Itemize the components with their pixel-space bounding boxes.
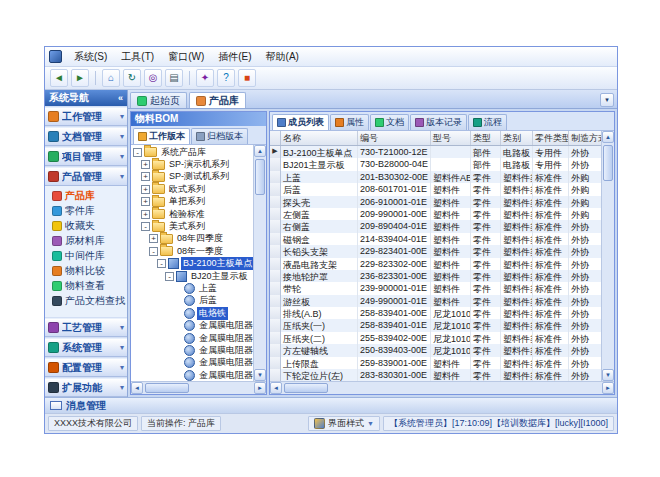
sidebar-section-work[interactable]: 工作管理▾ [45, 107, 127, 126]
table-row[interactable]: 排线(A.B)258-839401-00E尼龙1010零件塑料件类标准件外协条 [270, 307, 601, 319]
settings-icon[interactable]: ✦ [196, 69, 214, 87]
tab-version-history[interactable]: 版本记录 [410, 114, 467, 130]
scroll-track[interactable] [143, 382, 254, 394]
tree-vertical-scrollbar[interactable]: ▲ ▼ [253, 145, 266, 381]
expand-icon[interactable]: + [141, 197, 150, 206]
table-row[interactable]: 上盖201-B30302-00E塑料件ABS零件塑料件类标准件外购条 [270, 171, 601, 183]
table-row[interactable]: 磁钢盒214-839404-01E塑料件零件塑料件类标准件外协条 [270, 233, 601, 245]
menu-item[interactable]: 插件(E) [211, 48, 258, 66]
refresh-icon[interactable]: ↻ [123, 69, 141, 87]
column-header[interactable]: 类型 [471, 131, 501, 145]
message-bar[interactable]: 消息管理 [45, 397, 617, 413]
tree-node[interactable]: -系统产品库 [131, 146, 253, 158]
sidebar-item-favorites[interactable]: 收藏夹 [45, 218, 127, 233]
sidebar-item-middleware-db[interactable]: 中间件库 [45, 248, 127, 263]
tree-node[interactable]: 金属膜电阻器 [131, 319, 253, 331]
scroll-left-icon[interactable]: ◄ [131, 382, 143, 394]
ui-style-selector[interactable]: 界面样式 ▼ [308, 416, 380, 431]
sidebar-item-product-db[interactable]: 产品库 [45, 188, 127, 203]
scroll-right-icon[interactable]: ► [602, 382, 614, 394]
tree-node[interactable]: -美式系列 [131, 220, 253, 232]
print-icon[interactable]: ▤ [165, 69, 183, 87]
sidebar-section-config[interactable]: 配置管理▾ [45, 358, 127, 377]
table-row[interactable]: 上传限盘259-839001-00E塑料件零件塑料件类标准件外协条 [270, 357, 601, 369]
tab-product-db[interactable]: 产品库 [189, 92, 246, 108]
sidebar-section-product[interactable]: 产品管理▾ [45, 167, 127, 186]
table-row[interactable]: BJ201主显示板730-B28000-04E部件电路板专用件外协颗 [270, 158, 601, 170]
menu-item[interactable]: 工具(T) [114, 48, 161, 66]
tab-workflow[interactable]: 流程 [468, 114, 507, 130]
scroll-track[interactable] [282, 382, 602, 394]
tab-member-list[interactable]: 成员列表 [272, 114, 329, 130]
table-row[interactable]: 下轮定位片(左)283-830301-00E塑料件零件塑料件类标准件外协条 [270, 369, 601, 381]
scroll-up-icon[interactable]: ▲ [254, 145, 266, 157]
sidebar-section-process[interactable]: 工艺管理▾ [45, 318, 127, 337]
column-header[interactable]: 型号 [431, 131, 471, 145]
column-header[interactable]: 制造方式 [569, 131, 601, 145]
scroll-left-icon[interactable]: ◄ [270, 382, 282, 394]
table-row[interactable]: 接地轮护罩236-823301-00E塑料件零件塑料件类标准件外协条 [270, 270, 601, 282]
tree-node[interactable]: +08年四季度 [131, 233, 253, 245]
tree-node[interactable]: 上盖 [131, 282, 253, 294]
exit-icon[interactable]: ■ [238, 69, 256, 87]
menu-item[interactable]: 帮助(A) [259, 48, 306, 66]
expand-icon[interactable]: + [141, 172, 150, 181]
scroll-right-icon[interactable]: ► [254, 382, 266, 394]
collapse-icon[interactable]: - [133, 148, 142, 157]
table-row[interactable]: 长铅头支架229-823401-00E塑料件零件塑料件类标准件外协条 [270, 245, 601, 257]
tree-node[interactable]: +欧式系列 [131, 183, 253, 195]
tree-horizontal-scrollbar[interactable]: ◄ ► [131, 381, 266, 394]
scroll-thumb[interactable] [603, 145, 613, 181]
table-row[interactable]: 液晶电路支架229-823302-00E塑料件零件塑料件类标准件外协条 [270, 258, 601, 270]
scroll-track[interactable] [254, 157, 266, 369]
table-row[interactable]: 方左键轴线250-839403-00E尼龙1010零件塑料件类标准件外协条 [270, 344, 601, 356]
column-header[interactable]: 编号 [358, 131, 431, 145]
sidebar-item-material-compare[interactable]: 物料比较 [45, 263, 127, 278]
collapse-icon[interactable]: - [165, 272, 174, 281]
sidebar-section-extension[interactable]: 扩展功能▾ [45, 378, 127, 397]
sidebar-item-part-db[interactable]: 零件库 [45, 203, 127, 218]
table-row[interactable]: 左侧盖209-990001-00E塑料件零件塑料件类标准件外购条 [270, 208, 601, 220]
tab-attributes[interactable]: 属性 [330, 114, 369, 130]
search-icon[interactable]: ◎ [144, 69, 162, 87]
sidebar-item-material-view[interactable]: 物料查看 [45, 278, 127, 293]
column-header[interactable]: 零件类型 [533, 131, 569, 145]
scroll-thumb[interactable] [255, 159, 265, 195]
table-row[interactable]: ▶BJ-2100主板单点730-T21000-12E部件电路板专用件外协颗 [270, 146, 601, 158]
scroll-down-icon[interactable]: ▼ [254, 369, 266, 381]
table-row[interactable]: 右侧盖209-890404-01E塑料件零件塑料件类标准件外协条 [270, 220, 601, 232]
sidebar-item-product-doc-search[interactable]: 产品文档查找 [45, 293, 127, 308]
tree-node[interactable]: 金属膜电阻器 [131, 357, 253, 369]
sidebar-section-document[interactable]: 文档管理▾ [45, 127, 127, 146]
collapse-icon[interactable]: - [157, 259, 166, 268]
collapse-icon[interactable]: - [141, 222, 150, 231]
tree-node[interactable]: 金属膜电阻器 [131, 344, 253, 356]
scroll-thumb[interactable] [145, 383, 189, 393]
tree-node[interactable]: -08年一季度 [131, 245, 253, 257]
table-row[interactable]: 探头壳206-910001-01E塑料件零件塑料件类标准件外购条 [270, 196, 601, 208]
tree-node[interactable]: 金属膜电阻器 [131, 369, 253, 381]
tab-start-page[interactable]: 起始页 [130, 92, 187, 108]
menu-item[interactable]: 系统(S) [67, 48, 114, 66]
scroll-thumb[interactable] [284, 383, 328, 393]
column-header[interactable]: 类别 [501, 131, 533, 145]
table-vertical-scrollbar[interactable]: ▲ ▼ [601, 131, 614, 381]
tree-node[interactable]: +单把系列 [131, 196, 253, 208]
tree-node[interactable]: +检验标准 [131, 208, 253, 220]
tab-documents[interactable]: 文档 [370, 114, 409, 130]
scroll-track[interactable] [602, 143, 614, 369]
table-row[interactable]: 游丝板249-990001-01E塑料件零件塑料件类标准件外协条 [270, 295, 601, 307]
sidebar-section-project[interactable]: 项目管理▾ [45, 147, 127, 166]
collapse-sidebar-icon[interactable]: « [118, 93, 123, 103]
sidebar-section-system[interactable]: 系统管理▾ [45, 338, 127, 357]
expand-icon[interactable]: + [141, 160, 150, 169]
expand-icon[interactable]: + [149, 234, 158, 243]
tree-node[interactable]: +SP-演示机系列 [131, 158, 253, 170]
tree-node[interactable]: 后盖 [131, 295, 253, 307]
forward-icon[interactable]: ► [71, 69, 89, 87]
table-row[interactable]: 后盖208-601701-01E塑料件零件塑料件类标准件外购条 [270, 183, 601, 195]
sidebar-item-raw-material-db[interactable]: 原材料库 [45, 233, 127, 248]
table-horizontal-scrollbar[interactable]: ◄ ► [270, 381, 614, 394]
table-row[interactable]: 带轮239-900001-01E塑料件零件塑料件类标准件外协条 [270, 282, 601, 294]
menu-item[interactable]: 窗口(W) [161, 48, 211, 66]
